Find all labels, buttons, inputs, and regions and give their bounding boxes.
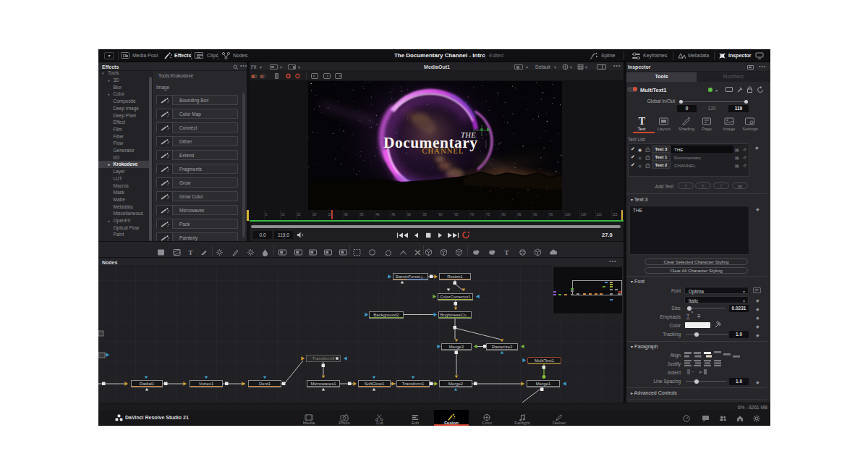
svg-text:T: T xyxy=(504,249,509,256)
svg-text:T: T xyxy=(188,249,192,256)
svg-text:CHANNEL: CHANNEL xyxy=(422,147,464,155)
svg-text:T: T xyxy=(639,116,646,127)
